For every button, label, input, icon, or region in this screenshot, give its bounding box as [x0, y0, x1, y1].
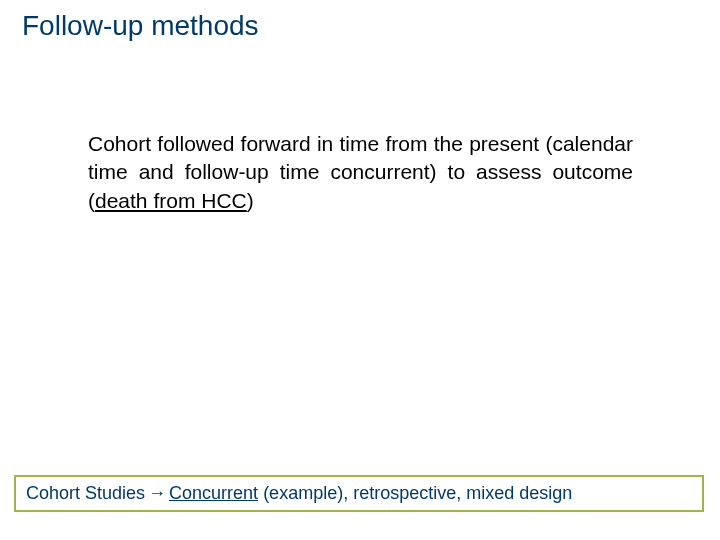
body-paragraph: Cohort followed forward in time from the…: [88, 130, 633, 215]
body-text-post: ): [247, 189, 254, 212]
breadcrumb-retrospective: retrospective,: [348, 483, 461, 503]
breadcrumb-concurrent: Concurrent: [169, 483, 258, 503]
breadcrumb-mixed: mixed design: [461, 483, 572, 503]
arrow-right-icon: →: [148, 483, 166, 503]
body-text-underlined: death from HCC: [95, 189, 247, 212]
breadcrumb-box: Cohort Studies→Concurrent (example), ret…: [14, 475, 704, 512]
slide: Follow-up methods Cohort followed forwar…: [0, 0, 720, 540]
slide-title: Follow-up methods: [22, 10, 259, 42]
breadcrumb-concurrent-example: (example),: [258, 483, 348, 503]
breadcrumb-studies: Cohort Studies: [26, 483, 145, 503]
